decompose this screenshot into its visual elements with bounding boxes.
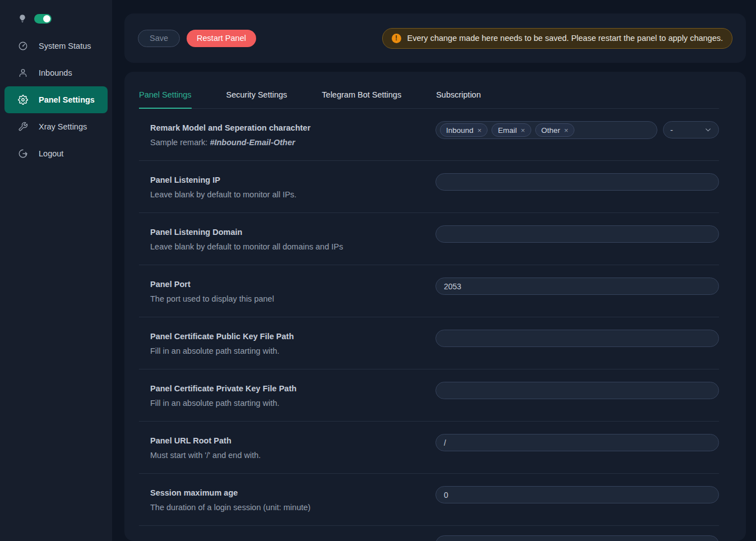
- tag-label: Inbound: [446, 126, 474, 135]
- settings-card: Panel SettingsSecurity SettingsTelegram …: [124, 72, 746, 541]
- restart-panel-button[interactable]: Restart Panel: [187, 30, 256, 47]
- alert-text: Every change made here needs to be saved…: [407, 34, 723, 43]
- save-button[interactable]: Save: [138, 30, 180, 47]
- panel-port-input[interactable]: [435, 278, 719, 295]
- form-row-remark-model-and-seperation-charachter: Remark Model and Seperation charachterSa…: [139, 109, 719, 161]
- tag-label: Email: [498, 126, 517, 135]
- row-label: Panel Certificate Public Key File Path: [150, 332, 435, 341]
- sidebar-nav: System StatusInboundsPanel SettingsXray …: [0, 33, 112, 167]
- row-label: Remark Model and Seperation charachter: [150, 123, 435, 132]
- row-description: The port used to display this panel: [150, 294, 435, 303]
- tag-other: Other×: [535, 123, 574, 137]
- tab-panel-settings[interactable]: Panel Settings: [139, 90, 192, 109]
- session-maximum-age-input[interactable]: [435, 486, 719, 503]
- panel-listening-ip-input[interactable]: [435, 173, 719, 191]
- remove-tag-icon[interactable]: ×: [521, 127, 525, 134]
- tab-telegram-bot-settings[interactable]: Telegram Bot Settings: [322, 90, 401, 109]
- tag-email: Email×: [491, 123, 531, 137]
- lightbulb-icon: [18, 12, 27, 25]
- sidebar-item-label: Panel Settings: [39, 95, 95, 104]
- form-row-panel-port: Panel PortThe port used to display this …: [139, 265, 719, 317]
- row-description: Must start with '/' and end with.: [150, 451, 435, 460]
- sidebar-item-xray-settings[interactable]: Xray Settings: [4, 113, 108, 140]
- remove-tag-icon[interactable]: ×: [564, 127, 569, 134]
- sidebar: System StatusInboundsPanel SettingsXray …: [0, 0, 112, 541]
- form-row-panel-listening-domain: Panel Listening DomainLeave blank by def…: [139, 213, 719, 265]
- text-input[interactable]: [435, 535, 719, 541]
- sidebar-item-label: Logout: [39, 149, 63, 158]
- logout-icon: [18, 149, 28, 159]
- form-row-partial: [139, 526, 719, 541]
- row-description: Leave blank by default to monitor all do…: [150, 242, 435, 251]
- form-row-panel-certificate-private-key-file-path: Panel Certificate Private Key File PathF…: [139, 369, 719, 422]
- row-description: The duration of a login session (unit: m…: [150, 503, 435, 512]
- separator-select[interactable]: -: [663, 121, 719, 138]
- sidebar-item-panel-settings[interactable]: Panel Settings: [4, 86, 108, 113]
- panel-listening-domain-input[interactable]: [435, 225, 719, 243]
- remark-tags-input[interactable]: Inbound×Email×Other×: [435, 121, 657, 139]
- row-label: Panel Port: [150, 280, 435, 289]
- sidebar-item-label: System Status: [39, 41, 91, 50]
- gear-icon: [18, 95, 28, 105]
- tag-label: Other: [541, 126, 560, 135]
- tab-subscription[interactable]: Subscription: [436, 90, 481, 109]
- panel-url-root-path-input[interactable]: [435, 434, 719, 451]
- form-row-panel-certificate-public-key-file-path: Panel Certificate Public Key File PathFi…: [139, 317, 719, 369]
- row-label: Panel Listening IP: [150, 175, 435, 184]
- sidebar-item-logout[interactable]: Logout: [4, 140, 108, 167]
- wrench-icon: [18, 122, 28, 132]
- main-content: Save Restart Panel ! Every change made h…: [112, 0, 756, 541]
- row-description: Fill in an absolute path starting with.: [150, 399, 435, 408]
- form-row-session-maximum-age: Session maximum ageThe duration of a log…: [139, 474, 719, 526]
- tab-bar: Panel SettingsSecurity SettingsTelegram …: [139, 72, 719, 109]
- panel-certificate-private-key-file-path-input[interactable]: [435, 382, 719, 399]
- sidebar-item-label: Inbounds: [39, 68, 72, 77]
- dark-mode-toggle[interactable]: [34, 14, 52, 24]
- tab-security-settings[interactable]: Security Settings: [226, 90, 287, 109]
- warning-icon: !: [392, 34, 401, 43]
- row-description: Leave blank by default to monitor all IP…: [150, 190, 435, 199]
- remove-tag-icon[interactable]: ×: [477, 127, 482, 134]
- settings-form: Remark Model and Seperation charachterSa…: [139, 109, 719, 526]
- tag-inbound: Inbound×: [440, 123, 488, 137]
- form-row-panel-listening-ip: Panel Listening IPLeave blank by default…: [139, 161, 719, 213]
- row-description: Fill in an absolute path starting with.: [150, 346, 435, 355]
- toolbar-card: Save Restart Panel ! Every change made h…: [124, 13, 746, 63]
- row-label: Panel URL Root Path: [150, 436, 435, 445]
- row-label: Session maximum age: [150, 488, 435, 497]
- sample-remark: #Inbound-Email-Other: [210, 138, 295, 147]
- dashboard-icon: [18, 41, 28, 51]
- sidebar-item-label: Xray Settings: [39, 122, 87, 131]
- form-row-panel-url-root-path: Panel URL Root PathMust start with '/' a…: [139, 422, 719, 474]
- user-icon: [18, 68, 28, 78]
- toggle-knob: [43, 15, 50, 22]
- row-description: Sample remark: #Inbound-Email-Other: [150, 138, 435, 147]
- chevron-down-icon: [704, 126, 712, 133]
- theme-switch-area: [0, 0, 112, 28]
- restart-warning-alert: ! Every change made here needs to be sav…: [382, 28, 732, 49]
- select-value: -: [670, 126, 673, 135]
- sidebar-item-system-status[interactable]: System Status: [4, 33, 108, 59]
- row-label: Panel Listening Domain: [150, 228, 435, 237]
- sidebar-item-inbounds[interactable]: Inbounds: [4, 59, 108, 86]
- panel-certificate-public-key-file-path-input[interactable]: [435, 330, 719, 347]
- row-label: Panel Certificate Private Key File Path: [150, 384, 435, 393]
